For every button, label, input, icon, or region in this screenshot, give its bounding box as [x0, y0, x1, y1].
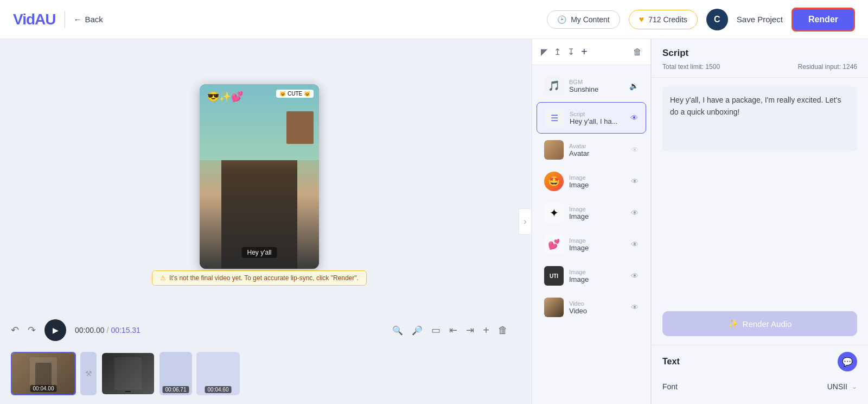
clip-1-time: 00:04.00 — [30, 385, 57, 392]
sparkle-icon: ✨ — [728, 319, 738, 329]
layer-visibility-image2[interactable]: 👁 — [631, 209, 639, 217]
layer-visibility-video[interactable]: 👁 — [631, 303, 639, 312]
my-content-button[interactable]: 🕑 My Content — [547, 10, 620, 29]
render-audio-button[interactable]: ✨ Render Audio — [662, 311, 857, 336]
trim-end-button[interactable]: ⇥ — [466, 324, 474, 336]
zoom-in-button[interactable]: 🔎 — [412, 325, 423, 336]
video-background — [200, 84, 319, 269]
layer-item-video[interactable]: Video Video 👁 — [537, 292, 646, 323]
layer-type-image3: Image — [569, 237, 626, 244]
layer-item-image1[interactable]: 🤩 Image Image 👁 — [537, 166, 646, 197]
layer-visibility-bgm[interactable]: 🔉 — [629, 81, 639, 90]
save-project-button[interactable]: Save Project — [737, 15, 783, 24]
layer-type-image1: Image — [569, 174, 626, 181]
layer-name-video: Video — [569, 307, 626, 315]
credits-button[interactable]: ♥ 712 Credits — [629, 10, 698, 29]
preview-area: 😎✨💕 😺 CUTE 😺 Hey y'all ⚠ It's not the fi… — [0, 39, 519, 314]
font-selector[interactable]: UNSII ⌄ — [827, 382, 857, 391]
script-panel: Script Total text limit: 1500 Residual i… — [651, 39, 868, 404]
add-clip-button[interactable]: + — [483, 324, 489, 337]
script-textarea-area: Hey y'all, I have a package, I'm really … — [652, 78, 868, 311]
clock-icon: 🕑 — [557, 15, 566, 24]
layer-info-image2: Image Image — [569, 206, 626, 220]
font-label: Font — [662, 382, 678, 391]
layer-visibility-image1[interactable]: 👁 — [631, 177, 639, 186]
duplicate-layer-button[interactable]: ◤ — [541, 47, 547, 57]
layer-visibility-image3[interactable]: 👁 — [631, 240, 639, 249]
add-layer-button[interactable]: + — [581, 46, 588, 58]
clip-separator-1: ⚒ — [80, 352, 97, 395]
delete-layer-button[interactable]: 🗑 — [633, 47, 642, 57]
move-up-button[interactable]: ↥ — [554, 47, 561, 57]
layer-thumb-image2: ✦ — [544, 203, 564, 223]
layer-thumb-bgm: 🎵 — [544, 76, 564, 96]
timeline-strip: 00:04.00 ⚒ 00:06.71 00:04.60 — [0, 346, 519, 404]
fit-button[interactable]: ▭ — [431, 324, 441, 336]
preview-warning: ⚠ It's not the final video yet. To get a… — [152, 270, 367, 286]
clip-3-time — [125, 391, 131, 392]
clip-5-time: 00:04.60 — [205, 386, 232, 393]
render-audio-label: Render Audio — [743, 319, 792, 329]
video-shelf — [286, 111, 314, 144]
script-limits: Total text limit: 1500 Residual input: 1… — [662, 63, 857, 71]
layer-type-bgm: BGM — [569, 79, 624, 85]
user-avatar[interactable]: C — [706, 9, 728, 30]
clip-3-thumbnail — [102, 353, 154, 394]
layer-item-image3[interactable]: 💕 Image Image 👁 — [537, 229, 646, 260]
render-button[interactable]: Render — [792, 8, 855, 31]
layer-thumb-script: ☰ — [545, 108, 564, 128]
header: VidAU ← Back 🕑 My Content ♥ 712 Credits … — [0, 0, 868, 39]
header-divider — [65, 11, 65, 28]
layer-name-avatar: Avatar — [569, 149, 626, 157]
chevron-right-icon: › — [524, 217, 526, 226]
layer-info-script: Script Hey y'all, I ha... — [570, 111, 625, 125]
back-button[interactable]: ← Back — [74, 15, 103, 24]
layer-item-avatar[interactable]: Avatar Avatar 👁 — [537, 135, 646, 165]
layer-thumb-image3: 💕 — [544, 235, 564, 254]
layer-thumb-video — [544, 298, 564, 317]
font-chevron-icon: ⌄ — [852, 383, 857, 390]
layer-visibility-script[interactable]: 👁 — [630, 113, 638, 122]
layer-item-bgm[interactable]: 🎵 BGM Sunshine 🔉 — [537, 71, 646, 101]
play-button[interactable]: ▶ — [44, 319, 66, 341]
layer-visibility-avatar[interactable]: 👁 — [631, 146, 639, 154]
layer-thumb-image4: UTI — [544, 266, 564, 286]
layers-list: 🎵 BGM Sunshine 🔉 ☰ Script Hey y'all, I h… — [532, 65, 650, 404]
layer-name-image3: Image — [569, 244, 626, 252]
timeline-clip-1[interactable]: 00:04.00 — [11, 352, 76, 395]
panel-collapse-button[interactable]: › — [519, 209, 532, 235]
layer-info-image1: Image Image — [569, 174, 626, 189]
total-time: 00:15.31 — [111, 326, 141, 334]
layer-item-image2[interactable]: ✦ Image Image 👁 — [537, 198, 646, 228]
layer-name-image2: Image — [569, 212, 626, 220]
layer-thumb-image1: 🤩 — [544, 172, 564, 191]
undo-button[interactable]: ↶ — [11, 324, 19, 336]
delete-clip-button[interactable]: 🗑 — [498, 325, 508, 336]
layer-info-bgm: BGM Sunshine — [569, 79, 624, 93]
layer-visibility-image4[interactable]: 👁 — [631, 272, 639, 280]
layer-type-video: Video — [569, 300, 626, 307]
layer-item-image4[interactable]: UTI Image Image 👁 — [537, 261, 646, 291]
heart-credits-icon: ♥ — [639, 15, 644, 24]
main-area: 😎✨💕 😺 CUTE 😺 Hey y'all ⚠ It's not the fi… — [0, 39, 868, 404]
header-right: 🕑 My Content ♥ 712 Credits C Save Projec… — [547, 8, 855, 31]
total-limit: Total text limit: 1500 — [662, 63, 720, 71]
layer-name-script: Hey y'all, I ha... — [570, 117, 625, 125]
back-arrow-icon: ← — [74, 15, 82, 24]
zoom-out-button[interactable]: 🔍 — [392, 325, 403, 336]
timeline-clip-5[interactable]: 00:04.60 — [196, 352, 240, 395]
script-title: Script — [662, 48, 857, 59]
redo-button[interactable]: ↷ — [28, 324, 36, 336]
move-down-button[interactable]: ↧ — [567, 47, 575, 57]
my-content-label: My Content — [571, 15, 610, 24]
font-row: Font UNSII ⌄ — [662, 378, 857, 395]
text-section-header: Text 💬 — [662, 345, 857, 378]
chat-bubble-button[interactable]: 💬 — [838, 352, 857, 371]
layer-item-script[interactable]: ☰ Script Hey y'all, I ha... 👁 — [537, 102, 646, 134]
text-section: Text 💬 Font UNSII ⌄ — [652, 345, 868, 404]
trim-start-button[interactable]: ⇤ — [449, 324, 457, 336]
script-header: Script Total text limit: 1500 Residual i… — [652, 39, 868, 78]
timeline-clip-4[interactable]: 00:06.71 — [159, 352, 192, 395]
timeline-clip-3[interactable] — [101, 352, 155, 395]
script-text-content[interactable]: Hey y'all, I have a package, I'm really … — [662, 86, 857, 152]
